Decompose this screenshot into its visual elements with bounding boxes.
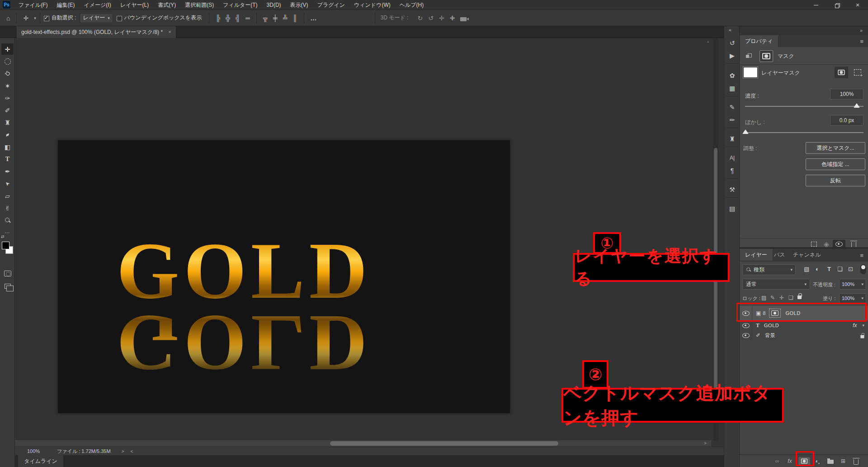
density-slider-handle[interactable] <box>854 103 860 108</box>
eyedropper-tool[interactable]: ✑ <box>1 92 14 104</box>
panel-menu-icon[interactable]: ≡ <box>860 38 863 45</box>
align-center-icon[interactable]: ╬ <box>223 14 233 22</box>
patterns-panel-icon[interactable]: ▦ <box>724 82 740 94</box>
density-slider[interactable] <box>745 106 863 107</box>
shape-tool[interactable]: ▱ <box>1 190 14 201</box>
status-next-icon[interactable]: > <box>122 449 124 454</box>
align-edges-icon[interactable]: ═ <box>243 14 253 22</box>
align-left-icon[interactable]: ╠ <box>213 14 223 22</box>
brushes-panel-icon[interactable]: ✏ <box>724 114 740 126</box>
filter-type-icon[interactable]: T <box>827 266 831 272</box>
marquee-tool[interactable] <box>1 56 14 67</box>
quick-mask-mode[interactable] <box>1 268 14 279</box>
filter-smart-object-icon[interactable]: ⊡ <box>848 266 853 272</box>
menu-file[interactable]: ファイル(F) <box>14 0 52 10</box>
add-vector-mask-button[interactable] <box>851 67 864 78</box>
feather-slider-handle[interactable] <box>742 129 749 134</box>
history-panel-icon[interactable]: ↺ <box>724 37 740 49</box>
feather-slider[interactable] <box>745 132 863 133</box>
pixel-layer-icon[interactable] <box>746 53 751 59</box>
type-tool[interactable]: T <box>1 153 14 165</box>
document-canvas[interactable]: GOLD GOLD <box>58 140 510 413</box>
align-right-icon[interactable]: ╣ <box>233 14 243 22</box>
close-button[interactable]: ✕ <box>847 0 868 10</box>
restore-button[interactable] <box>826 0 847 10</box>
menu-type[interactable]: 書式(Y) <box>153 0 180 10</box>
foreground-color-swatch[interactable] <box>2 242 9 249</box>
panel-menu-icon[interactable]: ≡ <box>860 252 863 259</box>
bounding-box-checkbox[interactable] <box>117 16 122 21</box>
lock-all-icon[interactable] <box>797 293 802 300</box>
paragraph-panel-icon[interactable]: ¶ <box>724 165 740 176</box>
lock-pixels-icon[interactable]: ✎ <box>770 295 775 301</box>
object-selection-tool[interactable]: ✶ <box>1 80 14 91</box>
3d-camera-icon[interactable] <box>458 14 469 23</box>
select-layer-mask-button[interactable] <box>835 67 848 78</box>
filter-image-icon[interactable]: ▧ <box>804 266 809 272</box>
blend-mode-dropdown[interactable]: 通常 ▾ <box>742 279 810 290</box>
3d-orbit-icon[interactable]: ↻ <box>415 14 425 22</box>
move-tool-icon[interactable]: ✛ <box>20 14 31 22</box>
menu-edit[interactable]: 編集(E) <box>52 0 79 10</box>
filter-toggle-switch[interactable] <box>860 264 866 274</box>
horizontal-scrollbar[interactable] <box>15 440 711 447</box>
tab-channels[interactable]: チャンネル <box>788 249 826 261</box>
minimize-button[interactable] <box>806 0 826 10</box>
more-options-icon[interactable]: … <box>308 14 321 22</box>
layer-row-background[interactable]: ✐ 背景 <box>740 330 868 340</box>
menu-view[interactable]: 表示(V) <box>286 0 313 10</box>
menu-plugins[interactable]: プラグイン <box>313 0 349 10</box>
menu-image[interactable]: イメージ(I) <box>79 0 115 10</box>
screen-mode[interactable] <box>1 281 14 292</box>
select-and-mask-button[interactable]: 選択とマスク... <box>806 142 865 154</box>
distribute-top-icon[interactable]: ╦ <box>260 14 270 22</box>
hand-tool[interactable]: ✌ <box>1 202 14 214</box>
menu-3d[interactable]: 3D(D) <box>262 0 286 10</box>
delete-layer-trash-icon[interactable] <box>851 457 861 465</box>
layer-name[interactable]: 背景 <box>765 332 775 339</box>
mask-mode-button[interactable] <box>760 50 773 62</box>
auto-select-checkbox[interactable] <box>44 16 49 21</box>
layer-style-fx-icon[interactable]: fx <box>785 457 795 465</box>
scroll-up-icon[interactable]: ⌃ <box>706 41 710 46</box>
layer-name[interactable]: GOLD <box>764 323 779 328</box>
path-selection-tool[interactable]: ➤ <box>1 178 14 189</box>
tab-close-icon[interactable]: × <box>168 29 171 35</box>
3d-roll-icon[interactable]: ↺ <box>425 14 436 22</box>
lock-artboard-icon[interactable]: ❏ <box>788 295 793 301</box>
layer-mask-thumbnail[interactable] <box>743 67 758 78</box>
chevron-down-icon[interactable]: ▾ <box>34 16 36 20</box>
new-layer-icon[interactable]: ⊞ <box>838 457 848 465</box>
menu-window[interactable]: ウィンドウ(W) <box>349 0 395 10</box>
status-prev-icon[interactable]: < <box>130 449 133 454</box>
distribute-bottom-icon[interactable]: ╩ <box>280 14 290 22</box>
lock-transparent-icon[interactable]: ▨ <box>761 295 766 301</box>
layer-effects-fx-icon[interactable]: fx <box>853 322 857 329</box>
horizontal-scroll-thumb[interactable] <box>330 441 558 446</box>
tab-properties[interactable]: プロパティ <box>740 35 778 47</box>
tool-presets-panel-icon[interactable]: ⚒ <box>724 184 740 195</box>
filter-kind-dropdown[interactable]: 種類 ▾ <box>742 264 796 275</box>
fill-dropdown[interactable]: 100% ▾ <box>839 293 866 303</box>
lasso-tool[interactable]: Ω <box>1 68 14 79</box>
collapse-panels-icon[interactable]: « <box>729 27 731 33</box>
gradient-tool[interactable]: ◧ <box>1 141 14 152</box>
chevron-down-icon[interactable]: ▾ <box>862 323 864 328</box>
tab-layers[interactable]: レイヤー <box>740 249 773 261</box>
invert-button[interactable]: 反転 <box>806 175 865 186</box>
actions-panel-icon[interactable]: ▶ <box>724 50 740 62</box>
filter-adjustment-icon[interactable]: ◐ <box>816 266 819 272</box>
link-layers-icon[interactable]: ∞ <box>772 457 782 465</box>
character-panel-icon[interactable]: A| <box>724 152 740 164</box>
layer-row-gold-text[interactable]: T GOLD fx ▾ <box>740 320 868 330</box>
distribute-vertical-icon[interactable]: ║ <box>290 14 300 22</box>
color-panel-icon[interactable]: ✿ <box>724 70 740 81</box>
libraries-panel-icon[interactable]: ▤ <box>724 203 740 214</box>
zoom-tool[interactable] <box>1 214 14 226</box>
visibility-cell[interactable] <box>740 330 752 340</box>
lock-position-icon[interactable]: ✛ <box>779 295 784 301</box>
file-size-info[interactable]: ファイル : 1.72M/5.35M <box>57 448 110 455</box>
menu-filter[interactable]: フィルター(T) <box>218 0 262 10</box>
brush-tool[interactable]: ✐ <box>1 105 14 116</box>
menu-select[interactable]: 選択範囲(S) <box>180 0 218 10</box>
